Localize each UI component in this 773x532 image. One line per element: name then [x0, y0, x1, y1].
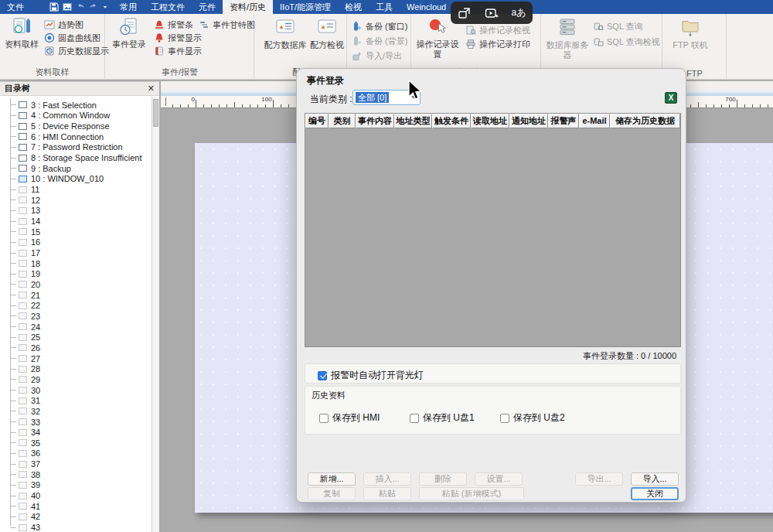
menu-tab[interactable]: 常用: [113, 0, 144, 14]
tree-item[interactable]: 18: [0, 258, 152, 269]
tree-item[interactable]: 16: [0, 237, 152, 248]
new-button[interactable]: 新增...: [308, 472, 356, 486]
column-header[interactable]: 事件内容: [356, 114, 394, 128]
menu-tab-file[interactable]: 文件: [0, 0, 31, 14]
tree-item[interactable]: 24: [0, 322, 152, 332]
tree-item[interactable]: 32: [0, 406, 152, 417]
backlight-checkbox[interactable]: [318, 371, 327, 380]
undo-icon[interactable]: [76, 2, 85, 12]
trend-chart-button[interactable]: 趋势图: [44, 19, 83, 31]
menu-tab[interactable]: 工程文件: [144, 0, 192, 14]
save-icon[interactable]: [49, 2, 59, 12]
tree-item[interactable]: 4 : Common Window: [0, 111, 152, 121]
menu-tab[interactable]: Weincloud: [400, 0, 453, 14]
tree-item[interactable]: 14: [0, 216, 152, 227]
tree-item[interactable]: 36: [0, 448, 152, 459]
history-option[interactable]: 保存到 HMI: [319, 411, 380, 425]
tree-item[interactable]: 8 : Storage Space Insufficient: [0, 152, 152, 163]
tree-item[interactable]: 41: [0, 501, 152, 512]
recipe-database-button[interactable]: 配方数据库: [263, 17, 308, 50]
tree-item[interactable]: 39: [0, 480, 152, 491]
tree-item[interactable]: 40: [0, 490, 152, 501]
tree-item[interactable]: 42: [0, 512, 152, 523]
recipe-view-button[interactable]: 配方检视: [309, 17, 345, 50]
import-export-button[interactable]: 导入/导出: [352, 49, 402, 62]
tree-item[interactable]: 10 : WINDOW_010: [0, 174, 152, 185]
export-button[interactable]: 导出...: [575, 472, 623, 486]
more-commands-icon[interactable]: [102, 4, 108, 10]
translate-icon[interactable]: aあ: [512, 6, 526, 19]
tree-item[interactable]: 43: [0, 522, 152, 532]
tree-item[interactable]: 20: [0, 279, 152, 290]
tree-item[interactable]: 11: [0, 184, 152, 195]
close-icon[interactable]: ✕: [148, 84, 155, 93]
tree-item[interactable]: 5 : Device Response: [0, 121, 152, 131]
redo-icon[interactable]: [89, 2, 98, 12]
tree-item[interactable]: 27: [0, 353, 152, 364]
tree-item[interactable]: 30: [0, 385, 152, 396]
tree-item[interactable]: 33: [0, 417, 152, 428]
column-header[interactable]: 通知地址: [509, 114, 548, 128]
tree-item[interactable]: 25: [0, 332, 152, 343]
settings-button[interactable]: 设置...: [475, 472, 523, 486]
tree-item[interactable]: 21: [0, 290, 152, 301]
event-log-button[interactable]: 事件登录: [108, 17, 150, 49]
tree-item[interactable]: 9 : Backup: [0, 163, 152, 174]
insert-button[interactable]: 插入...: [363, 472, 411, 486]
tree-item[interactable]: 22: [0, 300, 152, 311]
alarm-display-button[interactable]: 报警显示: [154, 32, 202, 44]
history-option[interactable]: 保存到 U盘2: [500, 411, 565, 425]
checkbox[interactable]: [410, 414, 419, 423]
tree-item[interactable]: 37: [0, 459, 152, 469]
column-header[interactable]: 类别: [329, 114, 356, 128]
sql-query-view-button[interactable]: SQL 查询检视: [593, 36, 660, 48]
export-image-icon[interactable]: [63, 2, 72, 12]
tree-item[interactable]: 38: [0, 469, 152, 480]
menu-tab[interactable]: 元件: [192, 0, 223, 14]
tree-item[interactable]: 3 : Fast Selection: [0, 100, 152, 111]
tree-item[interactable]: 17: [0, 247, 152, 258]
tree-item[interactable]: 26: [0, 343, 152, 353]
column-header[interactable]: 报警声: [548, 114, 579, 128]
alarm-bar-button[interactable]: 报警条: [154, 19, 193, 31]
event-display-button[interactable]: 事件显示: [154, 45, 202, 57]
menu-tab[interactable]: IIoT/能源管理: [273, 0, 338, 14]
paste-button[interactable]: 粘贴: [363, 487, 411, 500]
sql-query-button[interactable]: SQL 查询: [593, 20, 643, 32]
column-header[interactable]: e-Mail: [579, 114, 610, 128]
history-option[interactable]: 保存到 U盘1: [410, 411, 475, 425]
tree-item[interactable]: 6 : HMI Connection: [0, 131, 152, 142]
tree-item[interactable]: 28: [0, 363, 152, 374]
copy-button[interactable]: 复制: [308, 487, 356, 500]
column-header[interactable]: 地址类型: [394, 114, 432, 128]
tree-item[interactable]: 34: [0, 427, 152, 438]
tree-item[interactable]: 13: [0, 206, 152, 217]
import-button[interactable]: 导入...: [631, 472, 679, 486]
backlight-checkbox-row[interactable]: 报警时自动打开背光灯: [318, 369, 424, 382]
history-data-display-button[interactable]: 历史数据显示: [44, 45, 109, 57]
scrollbar-thumb[interactable]: [153, 99, 158, 127]
screen-record-icon[interactable]: [485, 6, 499, 20]
snip-icon[interactable]: [458, 6, 472, 20]
column-header[interactable]: 编号: [305, 114, 329, 128]
tree-item[interactable]: 12: [0, 195, 152, 206]
column-header[interactable]: 触发条件: [432, 114, 471, 128]
ftp-connect-button[interactable]: FTP 联机: [671, 17, 710, 50]
operation-log-print-button[interactable]: 操作记录打印: [465, 38, 530, 50]
menu-tab[interactable]: 工具: [369, 0, 400, 14]
tree-item[interactable]: 23: [0, 311, 152, 322]
menu-tab[interactable]: 检视: [338, 0, 369, 14]
tree-item[interactable]: 19: [0, 269, 152, 280]
event-gantt-button[interactable]: 事件甘特图: [199, 19, 255, 31]
close-button[interactable]: 关闭: [631, 487, 679, 500]
database-server-button[interactable]: 数据库服务器: [545, 17, 590, 60]
excel-export-icon[interactable]: X: [665, 92, 677, 104]
tree-item[interactable]: 29: [0, 374, 152, 385]
delete-button[interactable]: 删除: [419, 472, 467, 486]
tree-item[interactable]: 7 : Password Restriction: [0, 142, 152, 153]
backup-background-button[interactable]: 备份 (背景): [352, 35, 407, 47]
column-header[interactable]: 读取地址: [471, 114, 509, 128]
data-sampling-button[interactable]: 资料取样: [2, 17, 42, 49]
paste-append-button[interactable]: 粘贴 (新增模式): [419, 487, 524, 500]
column-header[interactable]: 储存为历史数据: [610, 114, 680, 128]
